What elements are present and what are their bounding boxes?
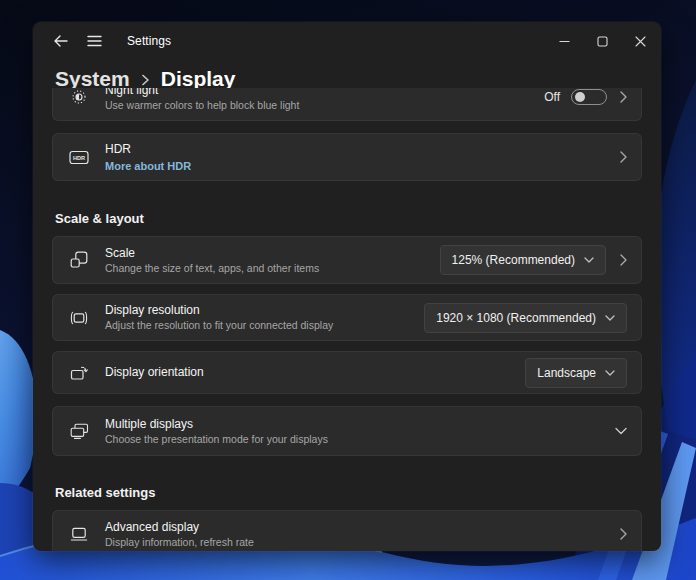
night-light-subtitle: Use warmer colors to help block blue lig… — [105, 99, 544, 112]
night-light-text: Night light Use warmer colors to help bl… — [105, 88, 544, 112]
multiple-displays-subtitle: Choose the presentation mode for your di… — [105, 433, 615, 446]
night-light-toggle[interactable] — [571, 89, 607, 105]
multiple-displays-text: Multiple displays Choose the presentatio… — [105, 417, 615, 446]
scale-row[interactable]: Scale Change the size of text, apps, and… — [52, 236, 642, 284]
advanced-display-icon — [69, 525, 89, 543]
chevron-down-icon — [605, 315, 615, 321]
multiple-displays-icon — [69, 422, 89, 440]
toggle-knob — [575, 92, 585, 102]
multiple-displays-title: Multiple displays — [105, 417, 615, 432]
advanced-display-title: Advanced display — [105, 520, 620, 535]
maximize-icon — [597, 36, 608, 47]
chevron-down-icon — [605, 370, 615, 376]
hdr-text: HDR More about HDR — [105, 142, 620, 173]
scale-dropdown-value: 125% (Recommended) — [452, 253, 575, 267]
scale-subtitle: Change the size of text, apps, and other… — [105, 262, 440, 275]
maximize-button[interactable] — [583, 22, 621, 60]
display-resolution-subtitle: Adjust the resolution to fit your connec… — [105, 319, 424, 332]
settings-window: Settings System Display Nig — [33, 22, 661, 551]
back-button[interactable] — [47, 28, 73, 54]
hdr-more-link[interactable]: More about HDR — [105, 159, 620, 173]
night-light-row[interactable]: Night light Use warmer colors to help bl… — [52, 88, 642, 121]
advanced-display-row[interactable]: Advanced display Display information, re… — [52, 510, 642, 551]
night-light-title: Night light — [105, 88, 544, 98]
close-icon — [635, 36, 646, 47]
multiple-displays-row[interactable]: Multiple displays Choose the presentatio… — [52, 406, 642, 456]
nav-menu-button[interactable] — [81, 28, 107, 54]
chevron-down-icon — [584, 257, 594, 263]
minimize-icon — [559, 36, 570, 47]
orientation-dropdown[interactable]: Landscape — [525, 358, 627, 388]
window-controls — [545, 22, 659, 60]
back-arrow-icon — [53, 34, 68, 48]
orientation-dropdown-value: Landscape — [537, 366, 596, 380]
minimize-button[interactable] — [545, 22, 583, 60]
screen: { "titlebar": { "app_title": "Settings" … — [0, 0, 696, 580]
settings-content: Night light Use warmer colors to help bl… — [52, 88, 642, 551]
display-resolution-text: Display resolution Adjust the resolution… — [105, 303, 424, 332]
resolution-dropdown-value: 1920 × 1080 (Recommended) — [436, 311, 596, 325]
section-scale-layout: Scale & layout — [52, 211, 642, 226]
scale-dropdown[interactable]: 125% (Recommended) — [440, 245, 606, 275]
display-resolution-row[interactable]: Display resolution Adjust the resolution… — [52, 294, 642, 341]
titlebar: Settings — [33, 22, 661, 60]
chevron-right-icon — [620, 528, 627, 540]
scale-text: Scale Change the size of text, apps, and… — [105, 246, 440, 275]
hdr-row[interactable]: HDR HDR More about HDR — [52, 133, 642, 181]
breadcrumb-chevron-icon — [141, 73, 150, 87]
section-related-settings: Related settings — [52, 485, 642, 500]
scale-icon — [69, 251, 89, 269]
night-light-controls: Off — [544, 89, 627, 105]
scale-title: Scale — [105, 246, 440, 261]
display-resolution-title: Display resolution — [105, 303, 424, 318]
display-resolution-icon — [69, 309, 89, 327]
display-orientation-row[interactable]: Display orientation Landscape — [52, 351, 642, 394]
expand-chevron-down-icon[interactable] — [615, 427, 627, 435]
window-title: Settings — [127, 34, 171, 48]
chevron-right-icon — [620, 91, 627, 103]
hdr-icon: HDR — [69, 150, 89, 165]
night-light-icon — [69, 88, 89, 106]
resolution-dropdown[interactable]: 1920 × 1080 (Recommended) — [424, 303, 627, 333]
chevron-right-icon — [620, 151, 627, 163]
hamburger-icon — [87, 35, 102, 47]
advanced-display-subtitle: Display information, refresh rate — [105, 536, 620, 549]
hdr-title: HDR — [105, 142, 620, 157]
chevron-right-icon — [620, 254, 627, 266]
display-orientation-text: Display orientation — [105, 365, 525, 380]
close-button[interactable] — [621, 22, 659, 60]
display-orientation-title: Display orientation — [105, 365, 525, 380]
advanced-display-text: Advanced display Display information, re… — [105, 520, 620, 549]
display-orientation-icon — [69, 364, 89, 382]
svg-text:HDR: HDR — [73, 155, 85, 161]
night-light-toggle-label: Off — [544, 90, 560, 104]
